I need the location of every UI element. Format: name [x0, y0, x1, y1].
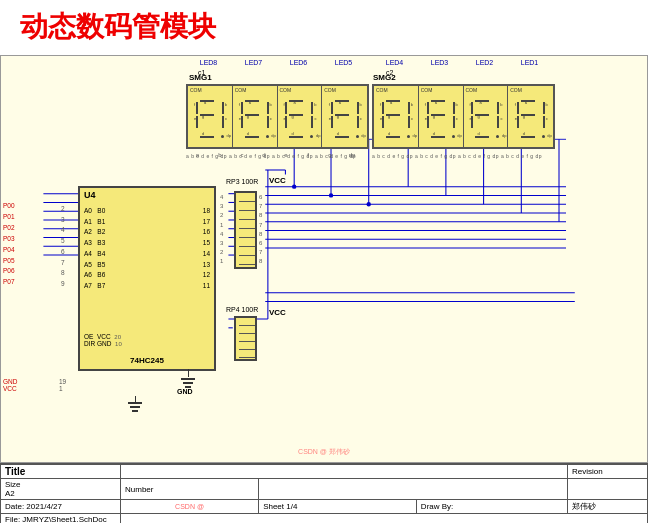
ic-oe-pin: OE VCC 20 DIR GND 10	[84, 333, 122, 347]
vcc-top: VCC	[269, 176, 286, 185]
seg-display-5: COM f a b g e d c dp	[322, 86, 367, 147]
tb-title-cell: Title	[1, 465, 121, 479]
ic-pins-left: A0 B0 A1 B1 A2 B2 A3 B3 A4 B4 A5 B5 A6 B…	[84, 206, 105, 292]
tb-number-val	[259, 479, 568, 500]
tb-file-cell: File: JMRYZ\Sheet1.SchDoc	[1, 514, 121, 524]
title-block-table: Title Revision Size A2 Number Date: 2021…	[0, 464, 648, 523]
tb-date-cell: Date: 2021/4/27	[1, 500, 121, 514]
schematic-area: LED8 LED7 LED6 LED5 LED4 LED3 LED2 LED1 …	[0, 55, 648, 463]
tb-number-label: Number	[121, 479, 259, 500]
rp3	[234, 191, 257, 269]
main-container: 动态数码管模块	[0, 0, 648, 523]
tb-file-empty	[121, 514, 648, 524]
seg-display-8: COM f a b g e d c	[188, 86, 233, 147]
vcc-rp4: VCC	[269, 308, 286, 317]
gnd-port: GND VCC	[3, 378, 17, 392]
seg-display-6: COM f a b g e d c dp	[278, 86, 323, 147]
seg-bottom-pins-right: a b c d e f g dp a b c d e f g dp a b c …	[372, 153, 542, 159]
smg2-label: SMG2	[373, 73, 396, 82]
gnd-symbol-left	[181, 369, 195, 388]
ic-u4: U4 A0 B0 A1 B1 A2 B2 A3 B3 A4 B4 A5 B5 A…	[78, 186, 216, 371]
smg1-group: COM f a b g e d c	[186, 84, 369, 149]
led-labels-left: LED8 LED7 LED6 LED5	[186, 59, 366, 66]
rp4	[234, 316, 257, 361]
seg-display-7: COM f a b g e d c dp	[233, 86, 278, 147]
watermark: CSDN @ 郑伟砂	[298, 447, 350, 457]
page-title: 动态数码管模块	[20, 8, 216, 46]
seg-display-4: COM f a b g e d c dp	[374, 86, 419, 147]
tb-rev-val	[568, 479, 648, 500]
smg2-group: COM f a b g e d c dp	[372, 84, 555, 149]
rp3-pins-right: 6 7 8 7 8 6 7 8	[259, 193, 262, 266]
tb-empty	[121, 465, 568, 479]
seg-bottom-pins-left: a b c d e f g dp a b c d e f g dp a b c …	[186, 153, 356, 159]
port-labels: P00 P01 P02 P03 P04 P05 P06 P07	[3, 201, 15, 288]
led-labels-right: LED4 LED3 LED2 LED1	[372, 59, 552, 66]
tb-sheet-cell: Sheet 1/4	[259, 500, 417, 514]
rp3-label: RP3 100R	[226, 178, 258, 185]
ic-left-pin-nums: 2 3 4 5 6 7 8 9	[61, 204, 65, 290]
seg-display-3: COM f a b g e d c dp	[419, 86, 464, 147]
svg-point-43	[367, 202, 371, 206]
tb-drawn-val: 郑伟砂	[568, 500, 648, 514]
gnd-symbol-ic	[128, 396, 142, 412]
title-block: Title Revision Size A2 Number Date: 2021…	[0, 463, 648, 523]
rp4-label: RP4 100R	[226, 306, 258, 313]
rp3-pins-left: 4 3 2 1 4 3 2 1	[220, 193, 223, 266]
tb-drawn-label: Draw By:	[416, 500, 567, 514]
tb-size-cell: Size A2	[1, 479, 121, 500]
gnd-text-left: GND	[177, 388, 193, 395]
seg-display-2: COM f a b g e d c dp	[464, 86, 509, 147]
svg-point-42	[329, 193, 333, 197]
gnd-vcc-nums: 19 1	[59, 378, 66, 392]
tb-revision-label: Revision	[568, 465, 648, 479]
seg-display-1: COM f a b g e d c dp	[508, 86, 553, 147]
svg-point-41	[292, 184, 296, 188]
ic-name-label: 74HC245	[130, 356, 164, 365]
smg1-label: SMG1	[189, 73, 212, 82]
tb-csdn: CSDN @	[121, 500, 259, 514]
ic-ref-label: U4	[84, 190, 96, 200]
ic-pins-right: 18 17 16 15 14 13 12 11	[203, 206, 210, 292]
